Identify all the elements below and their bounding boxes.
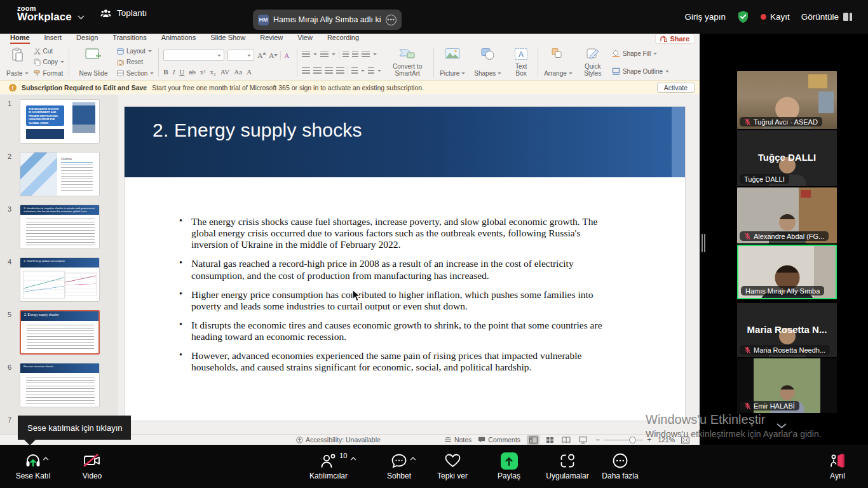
font-style-button[interactable]: x² [200, 68, 206, 76]
shape-outline-button[interactable]: Shape Outline [612, 67, 669, 75]
slide-thumbnail[interactable]: 1 THE NEGATIVE SHOCKS IN GOVERNMENT AND … [8, 99, 118, 144]
video-button[interactable]: Video [71, 451, 113, 480]
justify-button[interactable] [336, 67, 344, 74]
apps-button[interactable]: Uygulamalar [540, 451, 595, 480]
normal-view-button[interactable] [527, 435, 539, 445]
shrink-font-button[interactable] [269, 51, 277, 59]
participants-options-chevron[interactable] [350, 457, 356, 461]
section-button[interactable]: Section [117, 70, 154, 77]
slide-canvas[interactable]: 2. Energy supply shocks The energy crisi… [118, 95, 700, 434]
participant-tile[interactable]: Emir HALABİ [737, 358, 837, 413]
indent-increase-button[interactable] [352, 51, 358, 58]
chat-options-chevron[interactable] [410, 457, 416, 461]
ribbon-tab[interactable]: Insert [44, 34, 62, 44]
shapes-button[interactable]: Shapes [473, 46, 503, 79]
slide-thumbnail[interactable]: 4 1. Total Energy global consumption [8, 257, 118, 302]
more-button[interactable]: Daha fazla [598, 451, 642, 480]
ribbon-tab[interactable]: Animations [161, 34, 196, 44]
meeting-tab[interactable]: Toplantı [100, 8, 147, 18]
chat-button[interactable]: Sohbet [378, 451, 420, 480]
pill-more-icon[interactable]: ••• [386, 15, 397, 25]
reading-view-button[interactable] [560, 435, 573, 445]
view-button[interactable]: Görüntüle [801, 12, 852, 22]
font-style-button[interactable]: Aa [234, 68, 242, 76]
participant-tile[interactable]: Tuğrul Avcı - ASEAD [737, 71, 837, 129]
slide-sorter-view-button[interactable] [543, 435, 556, 445]
slide-thumbnail-preview[interactable]: 1. Introduction to negative shocks in pr… [20, 205, 100, 249]
copy-button[interactable]: Copy [34, 58, 64, 65]
align-left-button[interactable] [302, 67, 310, 74]
ribbon-tab[interactable]: Design [76, 34, 98, 44]
slide-thumbnail[interactable]: 6 Russian inversion shocks [8, 363, 118, 407]
workspace-chevron-down-icon[interactable] [78, 15, 85, 20]
current-slide[interactable]: 2. Energy supply shocks The energy crisi… [125, 107, 685, 421]
line-spacing-button[interactable] [362, 51, 370, 58]
zoom-in-button[interactable]: + [647, 435, 651, 444]
align-right-button[interactable] [325, 67, 333, 74]
bullets-button[interactable] [302, 51, 310, 58]
ribbon-tab[interactable]: Slide Show [210, 34, 245, 44]
zoom-level[interactable]: 121% [658, 436, 675, 444]
layout-button[interactable]: Layout [117, 48, 154, 55]
participants-button[interactable]: 10 Katılımcılar [297, 451, 360, 480]
slideshow-view-button[interactable] [576, 435, 589, 445]
ribbon-tab[interactable]: Home [10, 34, 30, 44]
font-style-button[interactable]: ab [189, 68, 195, 76]
participant-tile[interactable]: Alexandre Abdal (FG... [737, 187, 837, 243]
format-painter-button[interactable]: Format [34, 70, 64, 77]
text-direction-button[interactable] [368, 67, 374, 74]
audio-options-chevron[interactable] [43, 457, 49, 461]
font-name-select[interactable] [163, 50, 224, 61]
zoom-slider-knob[interactable] [629, 437, 636, 444]
font-style-button[interactable]: I [173, 68, 175, 76]
participant-tile[interactable]: Maria Rosetta N... Maria Rosetta Needh..… [737, 303, 837, 357]
scroll-participants-chevron[interactable] [776, 420, 795, 431]
comments-button[interactable]: Comments [478, 436, 520, 444]
react-button[interactable]: Tepki ver [430, 451, 475, 480]
join-audio-button[interactable]: Sese Katıl [10, 451, 56, 480]
security-shield-icon[interactable] [737, 10, 749, 24]
activate-button[interactable]: Activate [657, 83, 695, 93]
font-style-button[interactable]: x₂ [210, 68, 215, 76]
paste-button[interactable]: Paste [5, 46, 30, 79]
font-style-button[interactable]: A [247, 68, 252, 76]
shape-fill-button[interactable]: Shape Fill [612, 50, 669, 57]
ribbon-tab[interactable]: Recording [327, 34, 359, 44]
font-style-button[interactable]: U [179, 68, 184, 76]
slide-thumbnail[interactable]: 2 Outline [8, 152, 118, 196]
slide-thumbnail[interactable]: 5 2. Energy supply shocks [8, 310, 118, 355]
sidebar-resize-handle[interactable] [702, 234, 707, 252]
font-style-button[interactable]: AV [220, 68, 229, 76]
clear-formatting-button[interactable] [284, 51, 292, 59]
slide-thumbnail-preview[interactable]: 2. Energy supply shocks [20, 310, 100, 355]
font-style-button[interactable]: B [163, 68, 168, 76]
text-box-button[interactable]: A Text Box [509, 46, 533, 79]
participant-tile[interactable]: Tuğçe DALLI Tuğçe DALLI [737, 130, 837, 186]
share-screen-button[interactable]: Paylaş [488, 451, 530, 480]
numbering-button[interactable] [320, 51, 329, 58]
font-size-select[interactable] [227, 50, 254, 61]
convert-to-smartart-button[interactable]: Convert to SmartArt [386, 46, 429, 79]
grow-font-button[interactable] [257, 51, 266, 59]
ribbon-tab[interactable]: Transitions [112, 34, 146, 44]
arrange-button[interactable]: Arrange [543, 46, 574, 79]
new-slide-button[interactable]: New Slide [74, 46, 113, 79]
align-center-button[interactable] [313, 67, 322, 74]
accessibility-checker[interactable]: Accessibility: Unavailable [296, 436, 381, 444]
ribbon-tab[interactable]: View [297, 34, 313, 44]
slide-thumbnail-preview[interactable]: Russian inversion shocks [20, 363, 100, 407]
ribbon-tab[interactable]: Review [260, 34, 283, 44]
cut-button[interactable]: Cut [34, 48, 64, 55]
sign-in-button[interactable]: Giriş yapın [684, 12, 726, 22]
participant-tile[interactable]: Hamıs Mırajı Ally Sımba [737, 245, 837, 299]
zoom-slider[interactable]: − + [595, 435, 651, 444]
active-speaker-pill[interactable]: HM Hamıs Mırajı Ally Sımba adlı kişin ••… [253, 10, 402, 30]
reset-button[interactable]: Reset [117, 58, 154, 65]
slide-thumbnail-preview[interactable]: Outline [20, 152, 100, 196]
notes-button[interactable]: Notes [444, 436, 471, 444]
indent-decrease-button[interactable] [342, 51, 349, 58]
share-button[interactable]: Share [655, 34, 695, 44]
columns-button[interactable] [351, 67, 358, 74]
fit-to-window-icon[interactable] [681, 437, 689, 444]
picture-button[interactable]: Picture [438, 46, 466, 79]
